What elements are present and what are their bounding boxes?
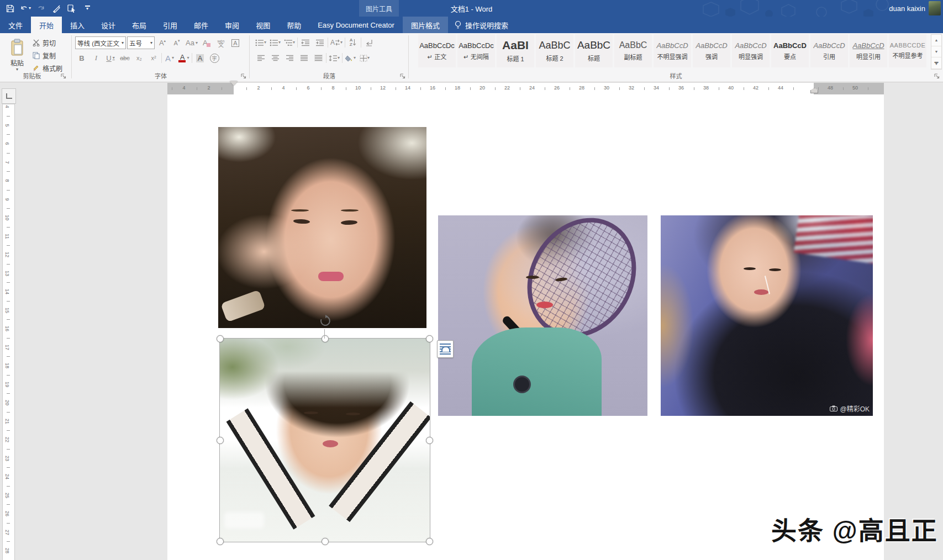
enclose-characters-button[interactable]: 字	[208, 52, 221, 64]
style-不明显强调[interactable]: AaBbCcD不明显强调	[654, 34, 691, 67]
tab-布局[interactable]: 布局	[124, 17, 155, 33]
resize-handle-e[interactable]	[426, 437, 433, 444]
tab-文件[interactable]: 文件	[0, 17, 31, 33]
layout-options-button[interactable]	[437, 340, 454, 358]
distribute-button[interactable]	[312, 52, 325, 64]
text-effects-button[interactable]: A▾	[163, 52, 176, 64]
subscript-button[interactable]: x₂	[133, 52, 146, 64]
style-标题 1[interactable]: AaBI标题 1	[497, 34, 534, 67]
resize-handle-s[interactable]	[322, 538, 329, 545]
tab-帮助[interactable]: 帮助	[278, 17, 309, 33]
tab-邮件[interactable]: 邮件	[186, 17, 217, 33]
ruler-tick	[321, 87, 322, 90]
ink-button[interactable]	[50, 2, 63, 14]
tell-me-search[interactable]: 操作说明搜索	[448, 17, 515, 33]
first-line-indent-marker[interactable]	[230, 81, 238, 89]
resize-handle-sw[interactable]	[217, 538, 224, 545]
style-副标题[interactable]: AaBbC副标题	[614, 34, 652, 67]
tab-开始[interactable]: 开始	[31, 17, 62, 33]
clipboard-dialog-launcher[interactable]	[60, 72, 67, 80]
style-引用[interactable]: AaBbCcD引用	[810, 34, 848, 67]
customize-qat-button[interactable]: ▾	[81, 2, 94, 14]
resize-handle-ne[interactable]	[426, 335, 433, 342]
justify-button[interactable]	[297, 52, 310, 64]
style-标题[interactable]: AaBbC标题	[575, 34, 613, 67]
bullets-button[interactable]: ▾	[254, 36, 267, 49]
redo-button[interactable]	[34, 2, 48, 14]
tab-引用[interactable]: 引用	[155, 17, 186, 33]
superscript-button[interactable]: x²	[147, 52, 160, 64]
sort-button[interactable]: AZ	[346, 36, 360, 49]
borders-button[interactable]: ▾	[358, 52, 371, 64]
phonetic-guide-button[interactable]: wén文	[214, 37, 228, 49]
character-border-button[interactable]: A	[229, 37, 242, 49]
clear-formatting-button[interactable]: A	[200, 37, 213, 49]
touch-mode-button[interactable]	[65, 2, 78, 14]
tv-studio-photo[interactable]: @精彩OK	[661, 215, 873, 416]
style-不明显参考[interactable]: AABBCCDE不明显参考	[889, 34, 926, 67]
save-button[interactable]	[3, 2, 17, 14]
style-强调[interactable]: AaBbCcD强调	[693, 34, 730, 67]
paragraph-dialog-launcher[interactable]	[399, 72, 407, 80]
font-name-combo[interactable]: 等线 (西文正文▾	[75, 36, 126, 49]
decrease-indent-button[interactable]	[299, 36, 312, 49]
align-center-button[interactable]	[268, 52, 282, 64]
change-case-button[interactable]: Aa▾	[185, 37, 199, 49]
show-marks-button[interactable]	[362, 36, 376, 49]
tab-审阅[interactable]: 审阅	[217, 17, 247, 33]
undo-button[interactable]: ▾	[19, 2, 32, 14]
ruler-number: 7	[4, 161, 10, 163]
pointer-box-icon	[67, 4, 76, 13]
align-left-button[interactable]	[254, 52, 267, 64]
style-明显强调[interactable]: AaBbCcD明显强调	[732, 34, 770, 67]
copy-button[interactable]: 复制	[31, 49, 64, 61]
vertical-ruler[interactable]: 4567891011121314151617181920212223242526…	[2, 104, 15, 560]
resize-handle-nw[interactable]	[217, 335, 224, 342]
style-无间隔[interactable]: AaBbCcDc↵ 无间隔	[457, 34, 495, 67]
multilevel-list-button[interactable]: ▾	[283, 36, 296, 49]
undo-icon	[20, 4, 29, 12]
tab-设计[interactable]: 设计	[93, 17, 124, 33]
user-avatar[interactable]	[929, 1, 941, 15]
resize-handle-n[interactable]	[322, 335, 329, 342]
style-正文[interactable]: AaBbCcDc↵ 正文	[418, 34, 456, 67]
tab-插入[interactable]: 插入	[62, 17, 93, 33]
increase-indent-button[interactable]	[313, 36, 326, 49]
shading-button[interactable]: ▾	[344, 52, 357, 64]
grow-font-button[interactable]: A▴	[156, 37, 169, 49]
badminton-photo[interactable]	[438, 215, 647, 416]
styles-scroll-down-button[interactable]: ▼	[931, 46, 941, 58]
bold-button[interactable]: B	[75, 52, 88, 64]
tab-Easy Document Creator[interactable]: Easy Document Creator	[309, 17, 403, 33]
tab-视图[interactable]: 视图	[247, 17, 278, 33]
strikethrough-button[interactable]: abc	[118, 52, 131, 64]
account-user-name[interactable]: duan kaixin	[889, 0, 925, 17]
style-标题 2[interactable]: AaBbC标题 2	[536, 34, 573, 67]
tab-图片格式[interactable]: 图片格式	[403, 17, 448, 33]
styles-scroll-up-button[interactable]: ▲	[931, 35, 941, 46]
font-dialog-launcher[interactable]	[240, 72, 247, 80]
cut-button[interactable]: 剪切	[31, 36, 64, 49]
horizontal-ruler[interactable]: 4224681012141618202224262830323436384042…	[167, 83, 884, 94]
numbering-button[interactable]: ▾	[268, 36, 282, 49]
shrink-font-button[interactable]: A▾	[170, 37, 183, 49]
asian-layout-button[interactable]: A ▾	[329, 36, 344, 49]
italic-button[interactable]: I	[89, 52, 103, 64]
tab-selector[interactable]	[2, 88, 16, 104]
styles-more-button[interactable]: ▬▼	[931, 57, 941, 69]
align-right-button[interactable]	[283, 52, 296, 64]
resize-handle-se[interactable]	[426, 538, 433, 545]
styles-dialog-launcher[interactable]	[933, 72, 941, 80]
underline-button[interactable]: U▾	[104, 52, 117, 64]
selfie-photo[interactable]	[220, 339, 430, 542]
resize-handle-w[interactable]	[217, 437, 224, 444]
portrait-photo[interactable]	[218, 127, 426, 328]
style-明显引用[interactable]: AaBbCcD明显引用	[850, 34, 887, 67]
character-shading-button[interactable]: A	[193, 52, 207, 64]
undo-dropdown-arrow[interactable]: ▾	[29, 6, 31, 10]
font-color-button[interactable]: A▾	[177, 52, 191, 64]
line-spacing-button[interactable]: ▾	[328, 52, 341, 64]
font-size-combo[interactable]: 五号▾	[127, 36, 155, 49]
style-要点[interactable]: AaBbCcD要点	[771, 34, 809, 67]
rotation-handle[interactable]	[318, 314, 333, 328]
